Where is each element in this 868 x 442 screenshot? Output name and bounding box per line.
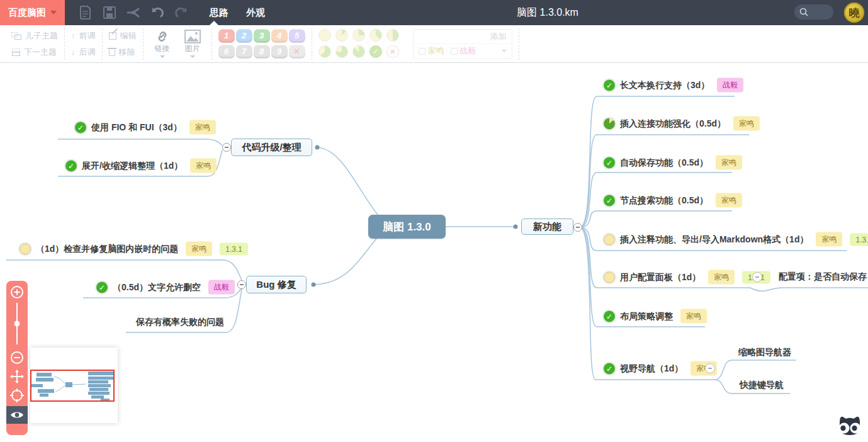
priority-9-button[interactable]: 9: [271, 45, 288, 59]
progress-4-button[interactable]: [386, 29, 399, 42]
leaf-text: 缩略图导航器: [738, 347, 791, 358]
leaf-node[interactable]: 节点搜索功能（0.5d） 家鸣: [604, 193, 742, 208]
brand-menu-button[interactable]: 百度脑图: [0, 0, 65, 25]
status-done-icon: [604, 310, 615, 322]
tag-add-button[interactable]: 添加: [490, 31, 507, 42]
status-progress-0-icon: [20, 243, 31, 254]
zoom-slider-knob[interactable]: [14, 321, 20, 327]
minimap-toggle-button[interactable]: [6, 406, 28, 424]
link-label: 链接: [155, 43, 170, 54]
leaf-node[interactable]: 布局策略调整 家鸣: [604, 309, 707, 324]
insert-image-button[interactable]: 图片: [180, 30, 205, 58]
insert-link-button[interactable]: 链接: [150, 30, 175, 58]
leaf-node[interactable]: 保存有概率失败的问题: [136, 317, 224, 328]
move-down-label: 后调: [79, 47, 96, 58]
tag: 家鸣: [190, 159, 217, 173]
priority-group: 1 2 3 4 5 6 7 8 9 ✕: [212, 28, 312, 60]
leaf-node[interactable]: 快捷键导航: [740, 380, 784, 391]
collapse-toggle[interactable]: [705, 363, 715, 373]
status-done-icon: [96, 281, 108, 293]
priority-clear-button[interactable]: ✕: [289, 45, 305, 59]
priority-8-button[interactable]: 8: [254, 45, 270, 59]
priority-4-button[interactable]: 4: [271, 29, 288, 43]
progress-7-button[interactable]: [352, 45, 365, 58]
leaf-node[interactable]: 长文本换行支持（3d） 战毅: [604, 78, 743, 93]
tab-appearance[interactable]: 外观: [237, 0, 274, 25]
new-doc-button[interactable]: [74, 0, 98, 25]
progress-6-button[interactable]: [335, 45, 348, 58]
add-next-topic-button[interactable]: 下一主题: [11, 45, 58, 59]
tag: 家鸣: [680, 309, 707, 324]
avatar[interactable]: 曉: [844, 3, 864, 23]
collapse-toggle[interactable]: [222, 143, 231, 152]
priority-1-button[interactable]: 1: [218, 29, 235, 43]
move-down-button[interactable]: ↓后调: [71, 45, 96, 59]
leaf-node[interactable]: 使用 FIO 和 FUI（3d） 家鸣: [75, 120, 216, 135]
zoom-in-button[interactable]: [6, 283, 28, 302]
leaf-text: 插入注释功能、导出/导入Markdown格式（1d）: [620, 234, 808, 245]
tab-idea[interactable]: 思路: [201, 0, 237, 25]
share-button[interactable]: [121, 0, 145, 25]
edit-node-button[interactable]: 编辑: [109, 29, 137, 43]
chevron-down-icon[interactable]: [502, 50, 507, 52]
undo-button[interactable]: [145, 0, 169, 25]
leaf-node[interactable]: 自动保存功能（0.5d） 家鸣: [604, 156, 742, 170]
leaf-node[interactable]: 视野导航（1d） 家鸣: [604, 361, 717, 376]
tag: 家鸣: [189, 120, 216, 135]
progress-3-button[interactable]: [369, 29, 382, 42]
progress-clear-button[interactable]: [386, 45, 399, 58]
leaf-node[interactable]: 插入连接功能强化（0.5d） 家鸣: [604, 116, 760, 131]
status-done-icon: [75, 122, 86, 133]
next-topic-label: 下一主题: [24, 47, 57, 58]
leaf-node[interactable]: 展开/收缩逻辑整理（1d） 家鸣: [65, 159, 217, 173]
locate-center-button[interactable]: [6, 386, 28, 405]
leaf-node[interactable]: （1d）检查并修复脑图内嵌时的问题 家鸣 1.3.1: [20, 242, 248, 256]
branch-node-new-features[interactable]: 新功能: [521, 218, 573, 235]
add-child-topic-button[interactable]: 儿子主题: [11, 29, 58, 43]
progress-5-button[interactable]: [318, 45, 331, 58]
collapse-toggle[interactable]: [237, 280, 246, 289]
leaf-text: （0.5d）文字允许删空: [113, 281, 201, 293]
tag-option-jiaming[interactable]: 家鸣: [419, 45, 444, 57]
priority-2-button[interactable]: 2: [236, 29, 252, 43]
image-icon: [184, 30, 201, 43]
leaf-node[interactable]: 用户配置面板（1d） 家鸣 1.3.1: [604, 270, 770, 285]
save-button[interactable]: [98, 0, 121, 25]
priority-7-button[interactable]: 7: [236, 45, 252, 59]
next-topic-icon: [11, 48, 20, 56]
collapse-toggle[interactable]: [573, 223, 582, 232]
priority-6-button[interactable]: 6: [218, 45, 235, 59]
hand-move-button[interactable]: [6, 367, 28, 386]
priority-3-button[interactable]: 3: [254, 29, 270, 43]
arrow-up-icon: ↑: [71, 31, 76, 40]
zoom-out-button[interactable]: [6, 348, 28, 367]
move-up-button[interactable]: ↑前调: [71, 29, 96, 43]
branch-node-code-upgrade[interactable]: 代码升级/整理: [231, 139, 312, 156]
insert-group: 链接 图片: [144, 28, 211, 60]
leaf-text: 快捷键导航: [740, 380, 784, 391]
branch-node-text: Bug 修复: [256, 279, 296, 291]
leaf-node[interactable]: 配置项：是否自动保存: [779, 271, 867, 283]
priority-5-button[interactable]: 5: [289, 29, 305, 43]
zoom-slider[interactable]: [16, 303, 18, 344]
branch-node-bug-fix[interactable]: Bug 修复: [246, 276, 307, 293]
remove-node-button[interactable]: 移除: [109, 45, 137, 59]
document-title[interactable]: 脑图 1.3.0.km: [517, 0, 578, 25]
tag-option-zhanyi[interactable]: 战毅: [451, 45, 476, 57]
search-input[interactable]: [808, 8, 831, 16]
progress-1-button[interactable]: [335, 29, 348, 42]
search-box[interactable]: [794, 4, 833, 20]
status-done-icon: [604, 157, 615, 168]
progress-0-button[interactable]: [318, 29, 331, 42]
progress-2-button[interactable]: [352, 29, 365, 42]
redo-button[interactable]: [169, 0, 193, 25]
leaf-node[interactable]: （0.5d）文字允许删空 战毅: [96, 280, 235, 295]
mindmap-canvas[interactable]: 脑图 1.3.0 代码升级/整理 Bug 修复 新功能 使用 FIO 和 FUI…: [0, 63, 868, 442]
collapse-toggle[interactable]: [752, 272, 762, 282]
progress-done-button[interactable]: [369, 45, 382, 58]
leaf-node[interactable]: 缩略图导航器: [738, 347, 791, 358]
leaf-node[interactable]: 插入注释功能、导出/导入Markdown格式（1d） 家鸣 1.3.1: [604, 232, 868, 247]
chevron-down-icon: [160, 55, 165, 58]
root-node[interactable]: 脑图 1.3.0: [368, 215, 446, 239]
minimap-panel[interactable]: [30, 348, 118, 423]
